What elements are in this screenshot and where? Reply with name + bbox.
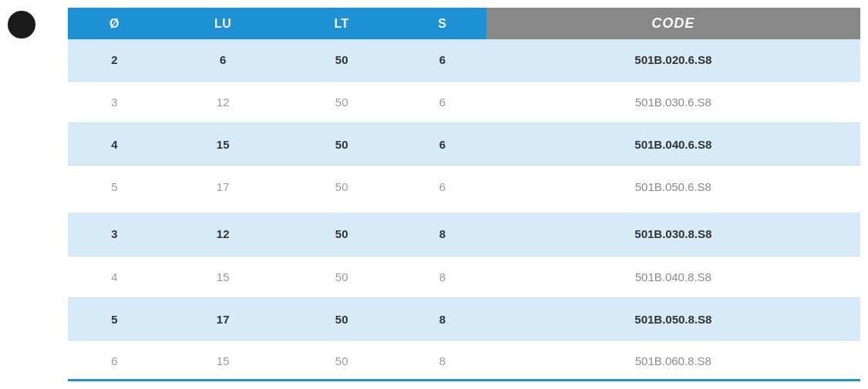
cell-lt: 50 [284, 298, 399, 340]
cell-lt: 50 [284, 210, 399, 256]
table-row: 312506501B.030.6.S8 [68, 81, 860, 123]
cell-s: 6 [399, 123, 486, 166]
col-header-s: S [399, 8, 486, 39]
cell-lu: 6 [161, 39, 284, 81]
table-area: Ø LU LT S CODE 26506501B.020.6.S83125065… [68, 0, 868, 389]
table-header-row: Ø LU LT S CODE [68, 8, 860, 39]
cell-lt: 50 [284, 340, 399, 381]
cell-lu: 15 [161, 340, 284, 381]
col-header-lt: LT [284, 8, 399, 39]
cell-s: 6 [399, 166, 486, 211]
badge-number [8, 11, 35, 39]
cell-lu: 17 [161, 166, 284, 211]
cell-s: 8 [399, 256, 486, 298]
cell-s: 8 [399, 210, 486, 256]
table-row: 415506501B.040.6.S8 [68, 123, 860, 166]
cell-lu: 12 [161, 210, 284, 256]
cell-lt: 50 [284, 166, 399, 211]
cell-s: 6 [399, 81, 486, 123]
cell-code: 501B.040.8.S8 [486, 256, 860, 298]
table-row: 517508501B.050.8.S8 [68, 298, 860, 340]
cell-lt: 50 [284, 81, 399, 123]
cell-lu: 17 [161, 298, 284, 340]
cell-lu: 15 [161, 256, 284, 298]
cell-dia: 3 [68, 210, 161, 256]
cell-dia: 4 [68, 256, 161, 298]
left-label-area [0, 0, 68, 389]
table-row: 615508501B.060.8.S8 [68, 340, 860, 381]
cell-dia: 5 [68, 298, 161, 340]
table-row: 517506501B.050.6.S8 [68, 166, 860, 211]
table-row: 415508501B.040.8.S8 [68, 256, 860, 298]
cell-s: 6 [399, 39, 486, 81]
cell-lt: 50 [284, 123, 399, 166]
cell-code: 501B.030.8.S8 [486, 210, 860, 256]
col-header-code: CODE [486, 8, 860, 39]
cell-code: 501B.020.6.S8 [486, 39, 860, 81]
cell-dia: 2 [68, 39, 161, 81]
cell-lt: 50 [284, 256, 399, 298]
cell-code: 501B.060.8.S8 [486, 340, 860, 381]
data-table: Ø LU LT S CODE 26506501B.020.6.S83125065… [68, 8, 860, 381]
cell-lu: 12 [161, 81, 284, 123]
cell-dia: 3 [68, 81, 161, 123]
cell-lt: 50 [284, 39, 399, 81]
table-row: 312508501B.030.8.S8 [68, 210, 860, 256]
cell-code: 501B.030.6.S8 [486, 81, 860, 123]
cell-code: 501B.050.6.S8 [486, 166, 860, 211]
cell-dia: 5 [68, 166, 161, 211]
cell-s: 8 [399, 340, 486, 381]
col-header-lu: LU [161, 8, 284, 39]
cell-dia: 4 [68, 123, 161, 166]
cell-lu: 15 [161, 123, 284, 166]
cell-code: 501B.050.8.S8 [486, 298, 860, 340]
cell-s: 8 [399, 298, 486, 340]
cell-code: 501B.040.6.S8 [486, 123, 860, 166]
cell-dia: 6 [68, 340, 161, 381]
col-header-dia: Ø [68, 8, 161, 39]
table-row: 26506501B.020.6.S8 [68, 39, 860, 81]
